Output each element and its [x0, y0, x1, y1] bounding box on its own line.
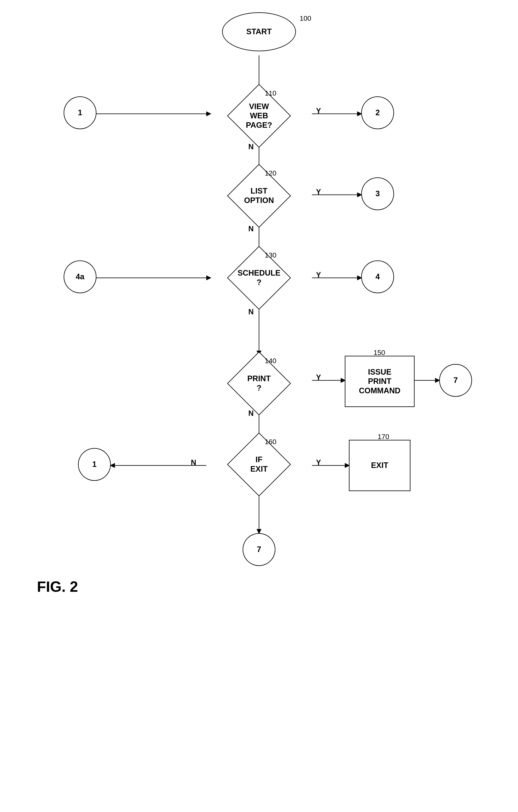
diamond-110-label: VIEWWEBPAGE? — [246, 102, 272, 130]
diamond-140-label: PRINT? — [247, 374, 271, 393]
label-110-y: Y — [316, 107, 321, 115]
start-node: START — [222, 12, 296, 51]
diamond-160-label: IFEXIT — [250, 455, 268, 474]
label-130-y: Y — [316, 271, 321, 279]
label-140-y: Y — [316, 373, 321, 382]
circle-1b: 1 — [78, 448, 111, 481]
label-120-y: Y — [316, 187, 321, 196]
ref-170: 170 — [378, 433, 389, 441]
label-160-y: Y — [316, 458, 321, 467]
label-120-n: N — [248, 225, 254, 233]
circle-4: 4 — [361, 260, 394, 293]
ref-140: 140 — [265, 357, 276, 365]
label-110-n: N — [248, 143, 254, 151]
circle-7b: 7 — [243, 533, 275, 566]
circle-2: 2 — [361, 96, 394, 129]
diamond-110: VIEWWEBPAGE? — [206, 88, 312, 144]
diamond-130: SCHEDULE? — [206, 250, 312, 306]
circle-3: 3 — [361, 177, 394, 210]
rect-150: ISSUEPRINTCOMMAND — [345, 356, 414, 407]
figure-label: FIG. 2 — [37, 578, 78, 595]
ref-120: 120 — [265, 169, 276, 177]
ref-160: 160 — [265, 438, 276, 446]
flowchart-diagram: START 100 VIEWWEBPAGE? 110 1 2 Y N LISTO… — [0, 0, 518, 812]
rect-170: EXIT — [349, 440, 410, 491]
diamond-160: IFEXIT — [206, 437, 312, 492]
label-160-n: N — [191, 458, 196, 467]
circle-1a: 1 — [64, 96, 97, 129]
label-130-n: N — [248, 308, 254, 316]
ref-100: 100 — [300, 14, 311, 22]
diamond-120: LISTOPTION — [206, 168, 312, 224]
diamond-140: PRINT? — [206, 356, 312, 411]
ref-130: 130 — [265, 251, 276, 259]
circle-4a: 4a — [64, 260, 97, 293]
diamond-130-label: SCHEDULE? — [238, 268, 280, 287]
diamond-120-label: LISTOPTION — [244, 186, 274, 205]
ref-150: 150 — [374, 349, 385, 356]
circle-7a: 7 — [439, 364, 472, 397]
label-140-n: N — [248, 409, 254, 418]
ref-110: 110 — [265, 89, 276, 97]
